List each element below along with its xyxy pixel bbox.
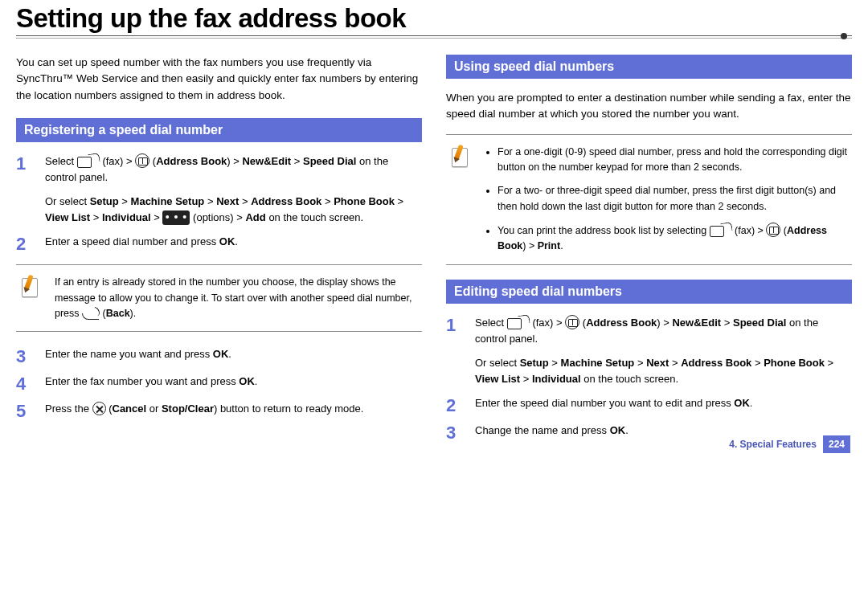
register-step-1: 1 Select (fax) > (Address Book) > New&Ed… <box>16 153 422 227</box>
bold: Stop/Clear <box>162 403 214 415</box>
text: You can print the address book list by s… <box>497 225 710 236</box>
text: > <box>634 357 646 369</box>
bold: Individual <box>532 373 581 385</box>
text: > <box>751 357 764 369</box>
bold: Speed Dial <box>303 155 356 167</box>
text: > <box>395 195 403 207</box>
right-column: Using speed dial numbers When you are pr… <box>446 55 852 450</box>
bold: Back <box>106 308 130 319</box>
bold: Address Book <box>586 317 657 329</box>
bold: Address Book <box>251 195 321 207</box>
text: > <box>239 195 251 207</box>
bold: Print <box>538 240 560 251</box>
text: (fax) > <box>735 225 766 236</box>
text: > <box>321 195 334 207</box>
register-step-5: 5 Press the (Cancel or Stop/Clear) butto… <box>16 401 422 420</box>
text: ) > <box>227 155 242 167</box>
intro-text: You can set up speed number with the fax… <box>16 55 422 104</box>
register-step-2: 2 Enter a speed dial number and press OK… <box>16 234 422 253</box>
text: (fax) > <box>102 155 135 167</box>
text: Enter the name you want and press <box>45 348 213 360</box>
bold: New&Edit <box>672 317 721 329</box>
bold: Address Book <box>681 357 751 369</box>
bold: Setup <box>520 357 549 369</box>
page-footer: 4. Special Features 224 <box>729 435 850 453</box>
text: > <box>291 155 303 167</box>
bold: Phone Book <box>334 195 395 207</box>
bold: View List <box>45 211 90 223</box>
back-icon <box>82 309 100 320</box>
text: > <box>90 211 102 223</box>
text: Enter the fax number you want and press <box>45 375 239 387</box>
text: on the touch screen. <box>581 373 678 385</box>
edit-step-1: 1 Select (fax) > (Address Book) > New&Ed… <box>446 315 852 388</box>
edit-step-2: 2 Enter the speed dial number you want t… <box>446 395 852 415</box>
note-icon <box>19 275 43 299</box>
text: Enter a speed dial number and press <box>45 235 219 247</box>
register-step-4: 4 Enter the fax number you want and pres… <box>16 374 422 393</box>
bold: Add <box>245 211 265 223</box>
stop-icon <box>92 402 106 415</box>
text: > <box>549 357 561 369</box>
bold: New&Edit <box>242 155 291 167</box>
section-registering: Registering a speed dial number <box>16 118 422 142</box>
step-number: 3 <box>446 423 464 442</box>
bold: OK <box>213 348 229 360</box>
text: > <box>151 211 163 223</box>
step-number: 4 <box>16 374 34 393</box>
bold: OK <box>219 235 235 247</box>
fax-icon <box>710 224 732 237</box>
bold: Next <box>646 357 669 369</box>
text: Enter the speed dial number you want to … <box>475 397 734 409</box>
text: . <box>625 424 628 436</box>
section-using: Using speed dial numbers <box>446 55 852 79</box>
bold: OK <box>610 424 626 436</box>
page-number: 224 <box>823 435 850 453</box>
text: Press the <box>45 403 92 415</box>
address-book-icon <box>135 153 149 168</box>
bold: Cancel <box>113 403 147 415</box>
address-book-icon <box>766 223 780 237</box>
text: Select <box>45 155 77 167</box>
text: . <box>255 375 258 387</box>
text: > <box>721 317 733 329</box>
step-number: 5 <box>16 401 34 420</box>
address-book-icon <box>565 315 579 329</box>
note-icon <box>449 145 473 169</box>
note-bullet: For a one-digit (0-9) speed dial number,… <box>497 145 849 176</box>
bold: OK <box>239 375 255 387</box>
using-intro: When you are prompted to enter a destina… <box>446 90 852 123</box>
text: or <box>146 403 162 415</box>
text: on the touch screen. <box>266 211 363 223</box>
text: > <box>669 357 681 369</box>
note-box: For a one-digit (0-9) speed dial number,… <box>446 134 852 265</box>
step-number: 1 <box>16 153 34 227</box>
text: ) > <box>657 317 672 329</box>
text: > <box>204 195 216 207</box>
bold: Speed Dial <box>733 317 786 329</box>
register-step-3: 3 Enter the name you want and press OK. <box>16 346 422 366</box>
bold: Address Book <box>156 155 227 167</box>
fax-icon <box>507 317 530 329</box>
text: Or select <box>45 195 90 207</box>
text: . <box>228 348 231 360</box>
text: ) > <box>522 240 537 251</box>
note-bullet: For a two- or three-digit speed dial num… <box>497 183 849 215</box>
text: ) button to return to ready mode. <box>214 403 363 415</box>
text: . <box>750 397 753 409</box>
note-bullet: You can print the address book list by s… <box>497 223 849 255</box>
section-editing: Editing speed dial numbers <box>446 280 852 304</box>
options-icon <box>162 210 190 225</box>
text: . <box>560 240 563 251</box>
bold: OK <box>734 397 750 409</box>
step-number: 2 <box>16 234 34 253</box>
bold: View List <box>475 373 520 385</box>
text: Or select <box>475 357 520 369</box>
bold: Next <box>216 195 239 207</box>
title-rule <box>16 35 852 40</box>
text: > <box>825 357 833 369</box>
left-column: You can set up speed number with the fax… <box>16 55 422 450</box>
text: . <box>235 235 238 247</box>
fax-icon <box>77 155 100 168</box>
page-title: Setting up the fax address book <box>16 3 852 34</box>
